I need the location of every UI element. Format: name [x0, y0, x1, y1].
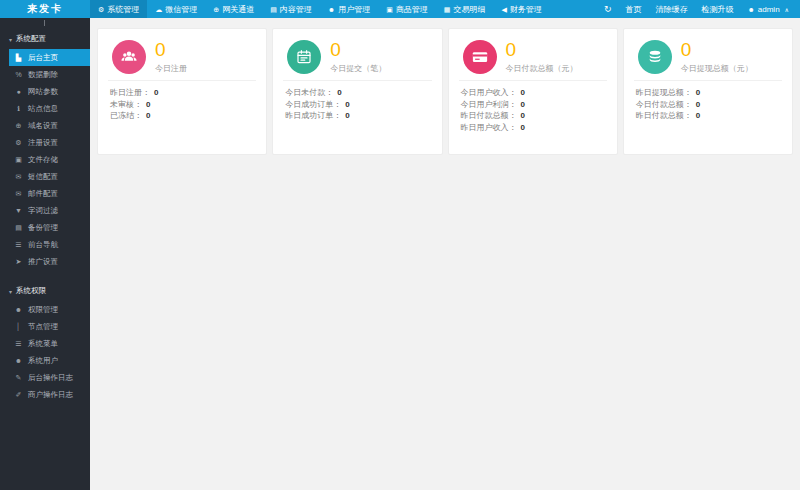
sidebar-item-domain-settings[interactable]: ⊕ 域名设置 [9, 117, 90, 134]
sidebar-item-label: 商户操作日志 [28, 390, 73, 400]
stat-label: 今日未付款： [285, 87, 333, 99]
card-label: 今日提交（笔） [330, 63, 386, 74]
sidebar-item-label: 文件存储 [28, 155, 58, 165]
card-label: 今日提现总额（元） [681, 63, 753, 74]
stat-label: 今日成功订单： [285, 99, 341, 111]
stat-row: 昨日用户收入： 0 [461, 122, 605, 134]
users-icon: ☻ [14, 357, 23, 364]
megaphone-icon: ➤ [14, 258, 23, 265]
sidebar-item-site-info[interactable]: ℹ 站点信息 [9, 100, 90, 117]
sidebar-item-sms-config[interactable]: ✉ 短信配置 [9, 168, 90, 185]
topbar-right: ↻ 首页 清除缓存 检测升级 ☻ admin ∧ [597, 0, 796, 18]
top-menu-goods[interactable]: ▣ 商品管理 [378, 0, 436, 18]
database-icon: ▤ [14, 224, 23, 231]
clear-cache-link[interactable]: 清除缓存 [648, 0, 694, 18]
top-menu-label: 网关通道 [222, 4, 254, 15]
stat-value: 0 [521, 122, 525, 134]
sidebar-item-word-filter[interactable]: ▼ 字词过滤 [9, 202, 90, 219]
sidebar-item-front-nav[interactable]: ☰ 前台导航 [9, 236, 90, 253]
sidebar-item-data-delete[interactable]: % 数据删除 [9, 66, 90, 83]
sidebar-item-dashboard[interactable]: ▙ 后台主页 [9, 49, 90, 66]
sidebar-section-system-perms[interactable]: ▾ 系统权限 [0, 281, 90, 301]
bullhorn-icon: ◀ [501, 6, 506, 13]
calendar-icon [287, 40, 321, 74]
stat-row: 昨日注册： 0 [110, 87, 254, 99]
gateway-icon: ⊕ [213, 6, 219, 13]
sidebar-item-label: 域名设置 [28, 121, 58, 131]
home-link[interactable]: 首页 [618, 0, 648, 18]
shopping-bag-icon: ▣ [386, 6, 393, 13]
sidebar-item-site-params[interactable]: ● 网站参数 [9, 83, 90, 100]
sidebar-scroll-thumb [44, 20, 45, 26]
stat-label: 已冻结： [110, 110, 142, 122]
top-menu-finance[interactable]: ◀ 财务管理 [493, 0, 549, 18]
person-icon: ☻ [14, 306, 23, 313]
main-content: 0 今日注册 昨日注册： 0 未审核： 0 已冻结： 0 [90, 18, 800, 490]
top-menu-label: 系统管理 [107, 4, 139, 15]
sidebar-item-system-menu[interactable]: ☰ 系统菜单 [9, 335, 90, 352]
top-menu-label: 交易明细 [453, 4, 485, 15]
envelope-icon: ✉ [14, 173, 23, 180]
stat-label: 今日付款总额： [636, 99, 692, 111]
card-today-submit: 0 今日提交（笔） 今日未付款： 0 今日成功订单： 0 昨日成功订单： 0 [272, 28, 442, 155]
top-menu-label: 财务管理 [510, 4, 542, 15]
card-today-withdraw: 0 今日提现总额（元） 昨日提现总额： 0 今日付款总额： 0 昨日付款总额： … [623, 28, 793, 155]
user-menu[interactable]: ☻ admin ∧ [740, 0, 796, 18]
divider [283, 80, 431, 81]
stat-row: 今日成功订单： 0 [285, 99, 429, 111]
sidebar-item-perm-manage[interactable]: ☻ 权限管理 [9, 301, 90, 318]
divider [108, 80, 256, 81]
stat-label: 今日用户利润： [461, 99, 517, 111]
stat-value: 0 [146, 110, 150, 122]
sidebar-item-merchant-log[interactable]: ✐ 商户操作日志 [9, 386, 90, 403]
filter-icon: ▼ [14, 207, 23, 214]
top-menu-wechat[interactable]: ☁ 微信管理 [147, 0, 205, 18]
sidebar-item-promo-settings[interactable]: ➤ 推广设置 [9, 253, 90, 270]
username: admin [758, 5, 780, 14]
stat-value: 0 [521, 87, 525, 99]
top-menu-gateway[interactable]: ⊕ 网关通道 [205, 0, 262, 18]
check-upgrade-label: 检测升级 [701, 4, 733, 15]
section-label: 系统配置 [16, 34, 46, 44]
top-menu-transactions[interactable]: ▦ 交易明细 [436, 0, 494, 18]
chevron-down-icon: ▾ [9, 36, 12, 43]
sidebar-item-register-settings[interactable]: ⚙ 注册设置 [9, 134, 90, 151]
stat-value: 0 [345, 99, 349, 111]
stat-label: 昨日付款总额： [636, 110, 692, 122]
info-icon: ℹ [14, 105, 23, 112]
top-menu-users[interactable]: ☻ 用户管理 [320, 0, 378, 18]
refresh-button[interactable]: ↻ [597, 0, 619, 18]
top-menu-content[interactable]: ▤ 内容管理 [262, 0, 320, 18]
sidebar-item-mail-config[interactable]: ✉ 邮件配置 [9, 185, 90, 202]
sidebar-item-label: 前台导航 [28, 240, 58, 250]
check-upgrade-link[interactable]: 检测升级 [694, 0, 740, 18]
stat-value: 0 [696, 87, 700, 99]
sidebar-item-backup[interactable]: ▤ 备份管理 [9, 219, 90, 236]
sidebar-section-system-config[interactable]: ▾ 系统配置 [0, 29, 90, 49]
section-label: 系统权限 [16, 286, 46, 296]
sidebar: ▾ 系统配置 ▙ 后台主页 % 数据删除 ● 网站参数 ℹ 站点信息 ⊕ 域名设… [0, 18, 90, 490]
divider [459, 80, 607, 81]
stat-label: 昨日付款总额： [461, 110, 517, 122]
sidebar-item-file-storage[interactable]: ▣ 文件存储 [9, 151, 90, 168]
refresh-icon: ↻ [604, 5, 612, 14]
stat-row: 昨日付款总额： 0 [461, 110, 605, 122]
sidebar-item-label: 权限管理 [28, 305, 58, 315]
card-value: 0 [681, 40, 753, 60]
stat-value: 0 [521, 110, 525, 122]
sidebar-item-node-manage[interactable]: │ 节点管理 [9, 318, 90, 335]
sidebar-item-label: 站点信息 [28, 104, 58, 114]
group-users-icon [112, 40, 146, 74]
top-menu-system[interactable]: ⚙ 系统管理 [90, 0, 147, 18]
apple-icon: ● [14, 88, 23, 95]
home-label: 首页 [625, 4, 641, 15]
card-head: 0 今日提现总额（元） [636, 38, 780, 80]
sidebar-item-system-users[interactable]: ☻ 系统用户 [9, 352, 90, 369]
stat-row: 今日用户收入： 0 [461, 87, 605, 99]
top-menu-label: 商品管理 [396, 4, 428, 15]
sidebar-item-admin-log[interactable]: ✎ 后台操作日志 [9, 369, 90, 386]
card-value: 0 [155, 40, 187, 60]
app-logo[interactable]: 来发卡 [0, 0, 90, 18]
database-icon [638, 40, 672, 74]
sidebar-item-label: 数据删除 [28, 70, 58, 80]
